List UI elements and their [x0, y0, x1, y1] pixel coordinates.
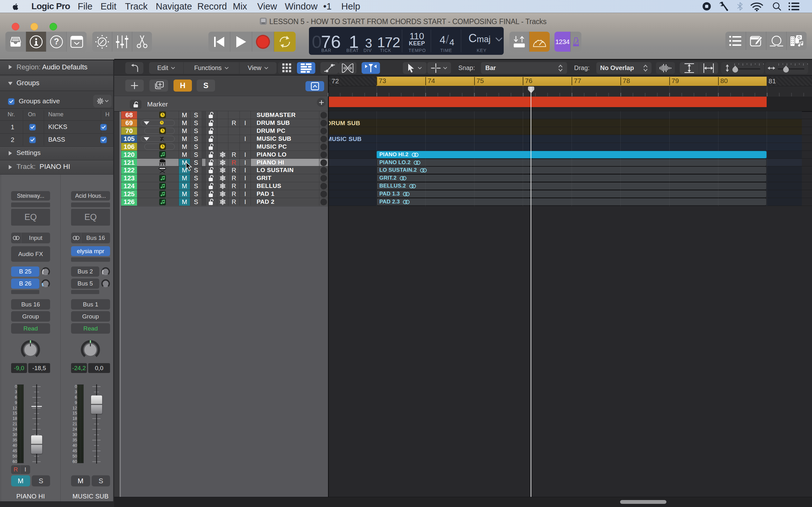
svg-text:?: ? [54, 37, 59, 46]
